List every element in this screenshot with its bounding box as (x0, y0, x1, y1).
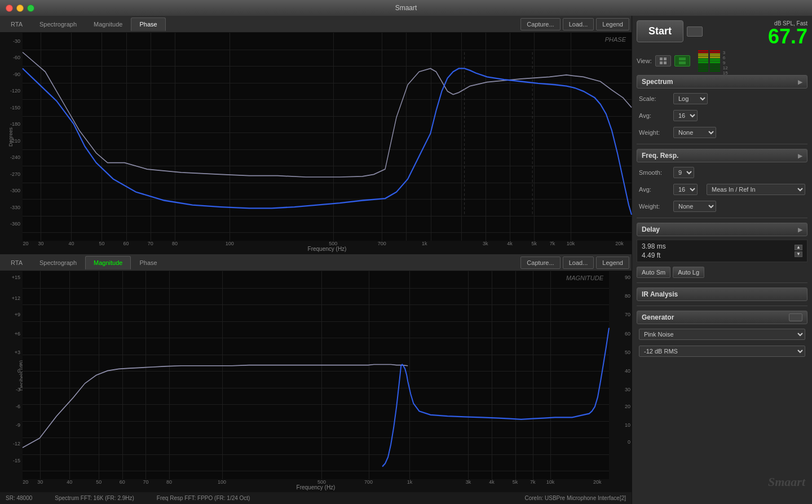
y-label-15: +15 (12, 275, 20, 280)
bx-label-7k: 7k (530, 479, 536, 485)
scale-row: Scale: Log Linear (637, 92, 807, 105)
spectrum-header[interactable]: Spectrum ▶ (637, 75, 807, 89)
generator-level-select[interactable]: -12 dB RMS -6 dB RMS -18 dB RMS (639, 346, 805, 357)
y-label-m9: -9 (16, 422, 20, 428)
smooth-select[interactable]: 9 1 3 6 (673, 167, 694, 178)
x-label-700: 700 (378, 241, 386, 246)
generator-type-select[interactable]: Pink Noise White Noise Sine (639, 329, 805, 340)
tab-spectrograph-bottom[interactable]: Spectrograph (31, 256, 85, 269)
y-label-12: +12 (12, 295, 20, 301)
vu-seg-r-yellow-1 (710, 54, 720, 55)
vu-seg-r-dark-4 (710, 69, 720, 70)
tab-phase-bottom[interactable]: Phase (131, 256, 165, 269)
delay-ms: 3.98 ms (642, 242, 666, 250)
freq-resp-arrow: ▶ (798, 153, 802, 159)
close-button[interactable] (6, 5, 13, 12)
capture-button-bottom[interactable]: Capture... (520, 257, 560, 269)
db-section: dB SPL, Fast 67.7 (768, 20, 807, 47)
y-label-120: -120 (10, 88, 20, 94)
y-axis-label-top: Degrees (8, 127, 14, 146)
y-label-9: +9 (15, 312, 20, 317)
avg-label: Avg: (639, 112, 670, 119)
x-label-50: 50 (99, 241, 104, 246)
view-label: View: (637, 58, 652, 64)
vu-seg-dark-2 (698, 65, 708, 67)
spectrum-fft-label: Spectrum FFT: 16K (FR: 2.9Hz) (55, 495, 134, 501)
minimize-button[interactable] (16, 5, 24, 12)
smooth-label: Smooth: (639, 169, 670, 176)
avg-row: Avg: 16 8 32 (637, 109, 807, 122)
divider-3 (637, 282, 807, 283)
start-toggle[interactable] (687, 26, 703, 37)
y-label-330: -330 (10, 205, 20, 210)
tab-magnitude-bottom[interactable]: Magnitude (85, 256, 131, 269)
app-title: Smaart (395, 4, 417, 12)
delay-down[interactable]: ▼ (795, 251, 802, 257)
weight-select[interactable]: None A-Weight C-Weight (673, 127, 716, 138)
tab-spectrograph-top[interactable]: Spectrograph (31, 17, 85, 31)
tab-rta-top[interactable]: RTA (2, 17, 31, 31)
bx-label-60: 60 (120, 479, 125, 485)
ir-analysis-header[interactable]: IR Analysis (637, 288, 807, 301)
avg-select[interactable]: 16 8 32 (673, 110, 698, 121)
legend-button-top[interactable]: Legend (596, 18, 629, 30)
titlebar: Smaart (0, 0, 812, 16)
smaart-logo: Smaart (768, 470, 805, 494)
auto-lg-button[interactable]: Auto Lg (673, 267, 704, 278)
vu-seg-r-dark-2 (710, 65, 720, 67)
x-axis-title-top: Frequency (Hz) (308, 246, 347, 252)
x-label-100: 100 (226, 241, 234, 246)
y-right-70: 70 (625, 312, 630, 317)
divider-1 (637, 144, 807, 144)
weight2-select[interactable]: None A-Weight (673, 201, 716, 212)
x-label-60: 60 (123, 241, 129, 246)
capture-button-top[interactable]: Capture... (520, 18, 560, 30)
weight-row: Weight: None A-Weight C-Weight (637, 126, 807, 139)
weight-label: Weight: (639, 129, 670, 136)
delay-header[interactable]: Delay ▶ (637, 223, 807, 236)
spectrum-label: Spectrum (642, 78, 673, 86)
meas-in-ref-select[interactable]: Meas In / Ref In Meas In (707, 184, 805, 195)
y-axis-bottom: +15 +12 +9 +6 +3 0 -3 -6 -9 -12 -15 Deci… (0, 271, 23, 479)
generator-toggle[interactable] (789, 313, 802, 321)
scale-select[interactable]: Log Linear (673, 93, 708, 104)
tab-rta-bottom[interactable]: RTA (2, 256, 31, 269)
generator-level-row: -12 dB RMS -6 dB RMS -18 dB RMS (637, 344, 807, 358)
start-button[interactable]: Start (637, 20, 683, 42)
x-label-20k: 20k (615, 241, 624, 246)
y-label-180: -180 (10, 121, 20, 127)
bottom-chart-inner: MAGNITUDE (23, 271, 609, 479)
bx-label-1k: 1k (407, 479, 413, 485)
auto-sm-button[interactable]: Auto Sm (637, 267, 670, 278)
delay-arrow: ▶ (798, 227, 802, 233)
avg2-select[interactable]: 16 8 32 (673, 184, 698, 195)
logo-area: Smaart (637, 361, 807, 499)
x-label-40: 40 (68, 241, 74, 246)
delay-up[interactable]: ▲ (795, 245, 802, 250)
x-label-10k: 10k (567, 241, 575, 246)
load-button-top[interactable]: Load... (563, 18, 594, 30)
view-split-button[interactable] (674, 55, 690, 67)
x-axis-title-bottom: Frequency (Hz) (297, 484, 336, 490)
maximize-button[interactable] (27, 5, 34, 12)
bottom-chart-svg (23, 271, 609, 479)
legend-button-bottom[interactable]: Legend (596, 257, 629, 269)
vu-meter-left (698, 50, 708, 72)
divider-2 (637, 218, 807, 218)
bx-label-50: 50 (96, 479, 102, 485)
freq-resp-header[interactable]: Freq. Resp. ▶ (637, 149, 807, 162)
vu-seg-r-yellow-3 (710, 57, 720, 58)
x-label-4k: 4k (507, 241, 513, 246)
ir-analysis-label: IR Analysis (642, 290, 678, 298)
y-label-m15: -15 (13, 458, 20, 463)
bx-label-10k: 10k (546, 479, 555, 485)
tab-magnitude-top[interactable]: Magnitude (85, 17, 131, 31)
top-chart-panel: -30 -60 -90 -120 -150 -180 -210 -240 -27… (0, 33, 632, 253)
x-label-7k: 7k (550, 241, 555, 246)
view-grid-button[interactable] (655, 55, 671, 67)
generator-header[interactable]: Generator (637, 311, 807, 324)
load-button-bottom[interactable]: Load... (563, 257, 594, 269)
tab-phase-top[interactable]: Phase (131, 17, 165, 31)
vu-seg-yellow-2 (698, 55, 708, 56)
top-chart-svg (23, 33, 632, 241)
